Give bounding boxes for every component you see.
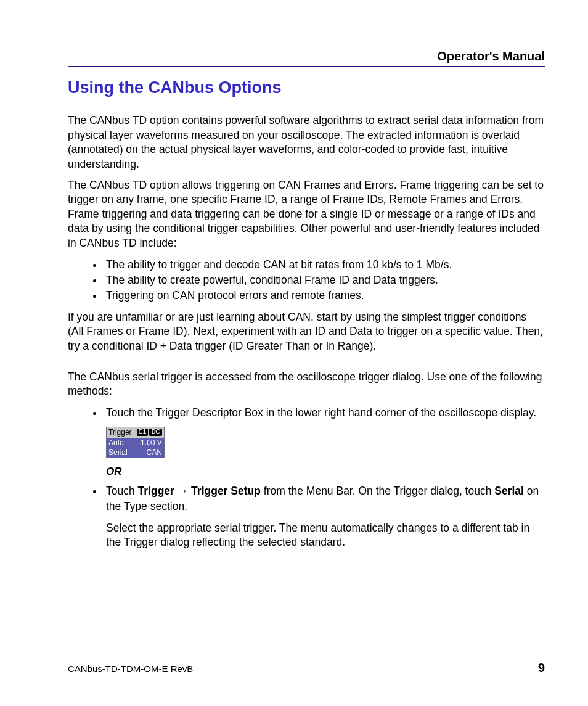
- feature-item: Triggering on CAN protocol errors and re…: [104, 288, 545, 303]
- method2-text: Touch Trigger → Trigger Setup from the M…: [106, 485, 539, 512]
- trigger-row-2: Auto -1.00 V: [107, 438, 164, 448]
- trigger-type: Serial: [108, 448, 128, 457]
- trigger-mode: Auto: [108, 438, 124, 447]
- doc-id: CANbus-TD-TDM-OM-E RevB: [68, 663, 193, 674]
- trigger-badge-c1: C1: [137, 429, 149, 436]
- page-number: 9: [538, 661, 545, 675]
- intro-paragraph-2: The CANbus TD option allows triggering o…: [68, 178, 545, 251]
- page: Operator's Manual Using the CANbus Optio…: [0, 0, 588, 706]
- method1-text: Touch the Trigger Descriptor Box in the …: [106, 406, 536, 419]
- method-item-1: Touch the Trigger Descriptor Box in the …: [104, 405, 545, 480]
- header: Operator's Manual: [68, 49, 545, 67]
- trigger-descriptor-box[interactable]: Trigger C1 DC Auto -1.00 V Serial CAN: [106, 427, 165, 458]
- header-title: Operator's Manual: [437, 49, 545, 63]
- feature-item: The ability to create powerful, conditio…: [104, 273, 545, 288]
- trigger-badge-dc: DC: [149, 429, 161, 436]
- trigger-label: Trigger: [108, 428, 132, 437]
- page-heading: Using the CANbus Options: [68, 78, 545, 97]
- trigger-level: -1.00 V: [138, 438, 162, 447]
- method-list: Touch the Trigger Descriptor Box in the …: [68, 405, 545, 550]
- intro-paragraph-1: The CANbus TD option contains powerful s…: [68, 113, 545, 172]
- or-label: OR: [106, 464, 545, 480]
- trigger-row-3: Serial CAN: [107, 448, 164, 458]
- trigger-row-1: Trigger C1 DC: [107, 427, 164, 437]
- access-paragraph: The CANbus serial trigger is accessed fr…: [68, 370, 545, 399]
- feature-list: The ability to trigger and decode CAN at…: [68, 257, 545, 304]
- trigger-protocol: CAN: [146, 448, 161, 457]
- method2-bold-serial: Serial: [494, 485, 524, 497]
- feature-item: The ability to trigger and decode CAN at…: [104, 257, 545, 273]
- method-item-2: Touch Trigger → Trigger Setup from the M…: [104, 483, 545, 550]
- intro-paragraph-3: If you are unfamiliar or are just learni…: [68, 310, 545, 354]
- method2-paragraph-2: Select the appropriate serial trigger. T…: [106, 521, 545, 550]
- method2-bold-path: Trigger → Trigger Setup: [138, 485, 261, 497]
- footer: CANbus-TD-TDM-OM-E RevB 9: [68, 657, 545, 675]
